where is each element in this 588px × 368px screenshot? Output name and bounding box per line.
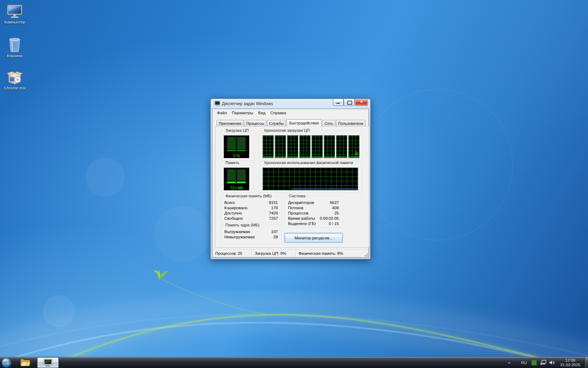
desktop: Компьютер Корзина Chrome.msi bbox=[0, 0, 588, 368]
stat-row: Выгружаемая107 bbox=[221, 229, 281, 234]
group-title: Хронология использования физической памя… bbox=[262, 161, 355, 165]
stat-value: 107 bbox=[271, 229, 278, 234]
desktop-icon-chrome-msi[interactable]: Chrome.msi bbox=[0, 69, 29, 90]
stat-label: Доступно bbox=[224, 211, 242, 216]
cpu-core-history-graph bbox=[299, 135, 311, 158]
tab-services[interactable]: Службы bbox=[267, 120, 286, 127]
stat-row: Потоков409 bbox=[285, 205, 342, 211]
language-indicator[interactable]: RU bbox=[521, 361, 527, 365]
resource-monitor-button[interactable]: Монитор ресурсов... bbox=[285, 233, 343, 243]
tray-time: 12:08 bbox=[560, 358, 580, 363]
memory-history-group: Хронология использования физической памя… bbox=[259, 163, 362, 193]
stat-row: Невыгружаемая28 bbox=[221, 234, 281, 240]
stat-row: Всего8151 bbox=[221, 200, 281, 205]
stat-row: Свободно7267 bbox=[221, 216, 281, 221]
cpu-usage-level bbox=[227, 150, 246, 151]
desktop-icon-recycle-bin[interactable]: Корзина bbox=[0, 36, 29, 58]
stat-value: 25 bbox=[334, 211, 339, 216]
system-group: Система Дескрипторов6637 Потоков409 Проц… bbox=[285, 196, 343, 227]
stat-value: 8151 bbox=[269, 200, 278, 205]
group-title: Память ядра (МБ) bbox=[224, 223, 261, 227]
cpu-gauge-group: Загрузка ЦП 0 % bbox=[221, 130, 254, 161]
minimize-button[interactable] bbox=[333, 99, 344, 106]
resize-grip[interactable] bbox=[366, 255, 368, 257]
cpu-core-history-graph bbox=[262, 135, 274, 158]
led-texture bbox=[237, 137, 246, 150]
title-bar[interactable]: Диспетчер задач Windows bbox=[211, 99, 370, 109]
cpu-core-history-graph bbox=[287, 135, 299, 158]
menu-view[interactable]: Вид bbox=[256, 110, 268, 116]
stat-rows: Всего8151 Кэшировано179 Доступно7429 Сво… bbox=[221, 200, 281, 221]
tab-strip: Приложения Процессы Службы Быстродействи… bbox=[217, 118, 366, 127]
cpu-core-history-graph bbox=[324, 135, 335, 158]
window-title: Диспетчер задач Windows bbox=[222, 101, 273, 106]
stat-value: 409 bbox=[332, 205, 339, 211]
start-button[interactable] bbox=[1, 357, 13, 368]
memory-usage-line bbox=[292, 189, 358, 189]
stat-row: Доступно7429 bbox=[221, 211, 281, 216]
desktop-icon-label: Компьютер bbox=[0, 20, 29, 24]
stat-row: Кэшировано179 bbox=[221, 205, 281, 211]
stat-label: Невыгружаемая bbox=[224, 234, 254, 240]
stat-label: Время работы bbox=[288, 216, 315, 221]
group-title: Физическая память (МБ) bbox=[224, 194, 273, 198]
volume-icon[interactable] bbox=[549, 360, 555, 365]
led-texture bbox=[227, 169, 236, 181]
tab-networking[interactable]: Сеть bbox=[322, 120, 335, 127]
close-button[interactable] bbox=[355, 99, 368, 106]
stat-value: 6637 bbox=[330, 200, 339, 205]
task-manager-icon bbox=[43, 359, 52, 367]
wallpaper-sprout bbox=[153, 270, 168, 279]
stat-value: 0:00:02:05 bbox=[320, 216, 339, 221]
cpu-core-history-graph bbox=[275, 135, 286, 158]
minimize-icon bbox=[336, 103, 340, 104]
cpu-activity-spike bbox=[355, 149, 359, 158]
show-desktop-button[interactable] bbox=[584, 357, 588, 368]
tab-performance[interactable]: Быстродействие bbox=[286, 119, 322, 127]
status-memory: Физическая память: 8% bbox=[296, 250, 369, 257]
tab-processes[interactable]: Процессы bbox=[244, 120, 266, 127]
cpu-core-history-graph bbox=[348, 135, 360, 158]
menu-bar: Файл Параметры Вид Справка bbox=[212, 109, 369, 117]
status-cpu: Загрузка ЦП: 0% bbox=[252, 250, 296, 257]
stat-row: Процессов25 bbox=[285, 211, 342, 216]
network-icon[interactable] bbox=[540, 360, 546, 366]
tab-users[interactable]: Пользователи bbox=[336, 120, 365, 127]
status-bar: Процессов: 25 Загрузка ЦП: 0% Физическая… bbox=[212, 249, 369, 257]
stat-row: Выделено (ГБ)0 / 15 bbox=[285, 221, 342, 226]
memory-usage-value: 721 МБ bbox=[224, 186, 249, 190]
stat-label: Выделено (ГБ) bbox=[288, 221, 316, 226]
desktop-icon-computer[interactable]: Компьютер bbox=[0, 4, 29, 24]
cpu-core-history-graph bbox=[312, 135, 323, 158]
task-manager-window: Диспетчер задач Windows Файл Параметры В… bbox=[210, 98, 371, 259]
stat-value: 28 bbox=[273, 234, 278, 240]
led-texture bbox=[237, 169, 246, 181]
group-title: Система bbox=[288, 194, 307, 198]
menu-help[interactable]: Справка bbox=[268, 110, 288, 116]
menu-options[interactable]: Параметры bbox=[229, 110, 255, 116]
show-hidden-icons-button[interactable] bbox=[508, 362, 511, 363]
desktop-icon-label: Корзина bbox=[0, 54, 29, 58]
led-texture bbox=[227, 137, 236, 150]
cpu-history-graphs bbox=[262, 135, 360, 158]
task-manager-app-icon bbox=[215, 101, 220, 106]
desktop-icon-label: Chrome.msi bbox=[0, 86, 29, 90]
task-manager-tray-icon[interactable] bbox=[531, 360, 537, 366]
recycle-bin-icon bbox=[8, 36, 22, 53]
tab-applications[interactable]: Приложения bbox=[217, 120, 243, 127]
stat-value: 7429 bbox=[269, 211, 278, 216]
stat-rows: Дескрипторов6637 Потоков409 Процессов25 … bbox=[285, 200, 342, 226]
taskbar-task-manager-button[interactable] bbox=[37, 357, 59, 368]
stat-rows: Выгружаемая107 Невыгружаемая28 bbox=[221, 229, 281, 240]
tray-date: 31.03.2025 bbox=[560, 363, 580, 367]
taskbar-explorer-button[interactable] bbox=[18, 357, 33, 368]
installer-package-icon bbox=[7, 69, 23, 85]
explorer-folder-icon bbox=[20, 359, 30, 367]
cpu-usage-gauge: 0 % bbox=[224, 135, 250, 158]
maximize-button[interactable] bbox=[344, 99, 355, 106]
stat-label: Кэшировано bbox=[224, 205, 247, 211]
clock[interactable]: 12:08 31.03.2025 bbox=[560, 358, 580, 367]
stat-value: 0 / 15 bbox=[329, 221, 339, 226]
menu-file[interactable]: Файл bbox=[215, 110, 229, 116]
window-client-area: Файл Параметры Вид Справка Приложения Пр… bbox=[212, 109, 369, 258]
